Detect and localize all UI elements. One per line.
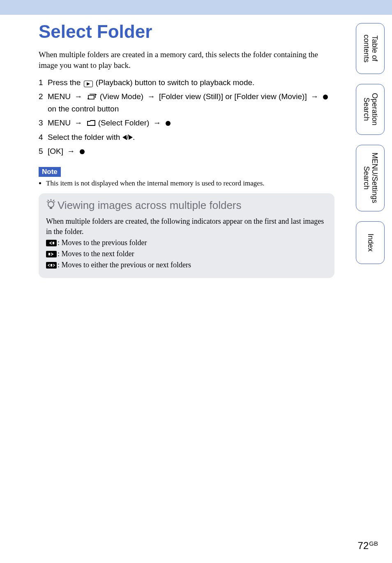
tab-table-of-contents[interactable]: Table of contents (356, 23, 385, 74)
tab-label: Table of contents (362, 30, 378, 67)
page-number: 72GB (358, 540, 378, 551)
notes-list: This item is not displayed when the inte… (46, 179, 334, 188)
arrow-icon: → (74, 117, 82, 129)
page-title: Select Folder (39, 21, 334, 42)
svg-point-1 (48, 202, 54, 207)
tip-box: Viewing images across multiple folders W… (39, 193, 334, 278)
arrow-icon: → (311, 91, 318, 102)
svg-line-4 (47, 202, 48, 202)
step-5-text-a: [OK] (48, 147, 65, 155)
step-1-text-b: (Playback) button to switch to playback … (96, 78, 255, 87)
page-number-suffix: GB (369, 540, 378, 547)
indicator-next: : Moves to the next folder (46, 249, 327, 259)
step-1-text-a: Press the (48, 78, 83, 87)
step-3-text-b: (Select Folder) (98, 118, 152, 127)
center-button-icon (166, 121, 171, 126)
svg-rect-10 (51, 264, 52, 266)
note-item: This item is not displayed when the inte… (46, 179, 334, 188)
step-2-text-b: (View Mode) (100, 92, 146, 101)
lightbulb-icon (46, 199, 56, 212)
left-arrow-icon (122, 135, 127, 140)
svg-line-6 (48, 200, 49, 201)
step-4: Select the folder with /. (39, 132, 334, 143)
tab-label: Index (366, 234, 374, 252)
view-mode-icon (87, 92, 97, 104)
indicator-prev: : Moves to the previous folder (46, 238, 327, 248)
arrow-icon: → (67, 146, 75, 157)
step-3-text-a: MENU (48, 118, 73, 127)
tip-lead: When multiple folders are created, the f… (46, 216, 327, 237)
step-3: MENU → (Select Folder) → (39, 117, 334, 130)
next-folder-icon (46, 251, 57, 257)
indicator-both: : Moves to either the previous or next f… (46, 260, 327, 270)
arrow-icon: → (147, 91, 155, 102)
step-2-text-d: on the control button (48, 104, 119, 113)
svg-marker-0 (87, 82, 90, 86)
side-tabs: Table of contents Operation Search MENU/… (356, 23, 385, 264)
playback-icon (84, 81, 93, 87)
tab-menu-settings-search[interactable]: MENU/Settings Search (356, 145, 385, 211)
step-4-text-b: . (133, 133, 135, 141)
both-folder-icon (46, 262, 57, 269)
folder-icon (87, 118, 95, 130)
indicator-both-text: : Moves to either the previous or next f… (58, 260, 191, 270)
step-4-text-a: Select the folder with (48, 133, 122, 141)
arrow-icon: → (153, 117, 161, 129)
svg-line-5 (54, 202, 55, 202)
steps-list: Press the (Playback) button to switch to… (39, 77, 334, 157)
indicator-prev-text: : Moves to the previous folder (58, 238, 147, 248)
step-2: MENU → (View Mode) → [Folder view (Still… (39, 91, 334, 115)
prev-folder-icon (46, 240, 57, 246)
right-arrow-icon (129, 135, 133, 140)
center-button-icon (323, 95, 328, 100)
svg-line-7 (53, 200, 54, 201)
tab-label: Operation Search (362, 91, 378, 128)
step-5: [OK] → (39, 146, 334, 157)
indicator-next-text: : Moves to the next folder (58, 249, 134, 259)
tab-index[interactable]: Index (356, 221, 385, 264)
tip-title: Viewing images across multiple folders (58, 199, 242, 212)
svg-rect-9 (48, 253, 50, 255)
svg-rect-8 (53, 242, 54, 244)
svg-rect-2 (50, 207, 52, 209)
step-1: Press the (Playback) button to switch to… (39, 77, 334, 88)
step-2-text-a: MENU (48, 92, 73, 101)
center-button-icon (80, 149, 85, 154)
tab-label: MENU/Settings Search (362, 152, 378, 204)
header-band (0, 0, 392, 15)
step-2-text-c: [Folder view (Still)] or [Folder view (M… (159, 92, 309, 101)
main-content: Select Folder When multiple folders are … (39, 15, 334, 278)
note-label: Note (39, 167, 61, 177)
intro-text: When multiple folders are created in a m… (39, 49, 334, 70)
tab-operation-search[interactable]: Operation Search (356, 84, 385, 135)
arrow-icon: → (74, 91, 82, 102)
page-number-value: 72 (358, 540, 369, 551)
